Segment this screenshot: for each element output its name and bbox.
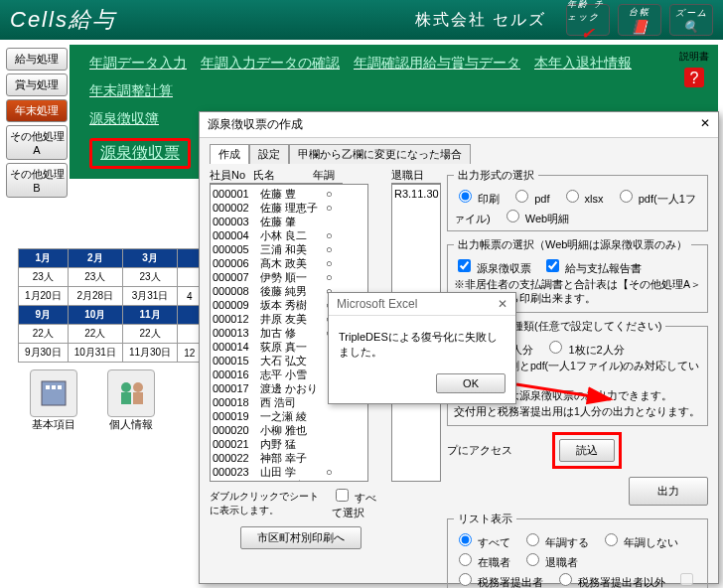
flt-active[interactable]: 在職者 [454,556,510,568]
withholding-slip-button[interactable]: 源泉徴収票 [89,138,191,169]
app-title: Cells給与 [10,5,116,35]
flt-submit[interactable]: 税務署提出者 [454,576,543,588]
msgbox-title-text: Microsoft Excel [337,297,417,311]
employee-row[interactable]: 000002佐藤 理恵子○ [213,201,365,215]
output-button[interactable]: 出力 [629,477,708,506]
tab-settings[interactable]: 設定 [249,144,289,164]
age-check-button[interactable]: 年齢 チェック✔ [566,4,610,36]
print-by-city-button[interactable]: 市区町村別印刷へ [240,526,362,549]
app-header: Cells給与 株式会社 セルズ 年齢 チェック✔ 台帳📕 ズーム🔍 [0,0,723,40]
svg-rect-9 [133,392,143,404]
link-input[interactable]: 年調データ入力 [89,55,187,73]
people-icon [113,375,149,411]
employee-row[interactable]: 000004小林 良二○ [213,228,365,242]
sidebar-item-salary[interactable]: 給与処理 [6,48,68,71]
msgbox-ok-button[interactable]: OK [436,373,506,393]
sidebar-item-yearend[interactable]: 年末処理 [6,99,68,122]
sidebar-item-other-b[interactable]: その他処理B [6,163,68,198]
help-icon: ? [680,64,708,91]
company-name: 株式会社 セルズ [415,10,546,31]
employee-row[interactable]: 000007伊勢 順一○ [213,270,365,284]
tab-create[interactable]: 作成 [210,144,249,164]
building-icon [36,375,72,411]
basic-items-button[interactable]: 基本項目 [30,369,77,432]
msgbox-body-text: TripleDESによる復号化に失敗しました。 [329,316,515,368]
link-hire-retire[interactable]: 本年入退社情報 [534,55,632,73]
sidebar-item-other-a[interactable]: その他処理A [6,125,68,160]
read-button-highlight: 読込 [552,432,622,469]
bottom-icons: 基本項目 個人情報 [30,369,155,432]
employee-row[interactable]: 000019一之瀬 綾 [213,409,365,423]
employee-row[interactable]: 000001佐藤 豊○ [213,187,365,201]
employee-row[interactable]: 000021内野 猛 [213,437,365,451]
svg-rect-5 [58,385,62,389]
svg-text:?: ? [690,70,699,86]
employee-row[interactable]: 000006髙木 政美○ [213,256,365,270]
employee-row[interactable]: 000003佐藤 肇 [213,215,365,228]
employee-row[interactable]: 000005三浦 和美○ [213,242,365,256]
chk-report[interactable]: 給与支払報告書 [542,262,642,274]
help-button[interactable]: 説明書 ? [679,50,709,91]
personal-info-button[interactable]: 個人情報 [107,369,155,432]
calendar-table: 1月2月3月 23人23人23人 1月20日2月28日3月31日4 9月10月1… [18,248,202,363]
chk-withholding[interactable]: 源泉徴収票 [454,262,531,274]
access-text: プにアクセス [447,443,512,458]
error-msgbox: Microsoft Excel ✕ TripleDESによる復号化に失敗しました… [328,292,516,404]
msgbox-close-icon[interactable]: ✕ [498,297,507,311]
link-confirm[interactable]: 年調入力データの確認 [201,55,340,73]
svg-rect-7 [121,392,131,404]
svg-point-6 [121,382,131,392]
flt-nosubmit[interactable]: 税務署提出者以外 [554,576,665,588]
link-withholding-book[interactable]: 源泉徴収簿 [89,110,159,128]
opt-web[interactable]: Web明細 [502,213,569,224]
list-filter-fieldset: リスト表示 すべて 年調する 年調しない 在職者 退職者 税務署提出者 税務署提… [447,512,708,588]
dblclick-hint: ダブルクリックでシートに表示します。 [210,490,328,517]
svg-rect-3 [46,385,50,389]
close-icon[interactable]: ✕ [700,116,710,133]
employee-row[interactable]: 000024田口 輝美○ [213,479,365,482]
employee-row[interactable]: 000022神部 幸子 [213,451,365,465]
link-calc[interactable]: 年末調整計算 [89,82,173,100]
svg-point-8 [133,382,143,392]
employee-row[interactable]: 000020小柳 雅也 [213,423,365,437]
output-format-fieldset: 出力形式の選択 印刷 pdf xlsx pdf(一人1ファイル) Web明細 [447,168,708,231]
opt-2per[interactable]: 1枚に2人分 [544,344,624,356]
flt-adj[interactable]: 年調する [521,536,589,548]
flt-all[interactable]: すべて [454,536,510,548]
dialog-titlebar: 源泉徴収票の作成 ✕ [200,112,718,138]
employee-row[interactable]: 000023山田 学○ [213,465,365,479]
sidebar-item-bonus[interactable]: 賞与処理 [6,74,68,96]
svg-rect-4 [52,385,56,389]
opt-xlsx[interactable]: xlsx [561,193,604,205]
flt-noadj[interactable]: 年調しない [600,536,678,548]
dialog-tabs: 作成 設定 甲欄から乙欄に変更になった場合 [210,144,708,164]
link-confirm-data[interactable]: 年調確認用給与賞与データ [354,55,520,73]
zoom-button[interactable]: ズーム🔍 [669,4,713,36]
sidebar: 給与処理 賞与処理 年末処理 その他処理A その他処理B [6,48,68,198]
select-all-check[interactable]: すべて選択 [332,486,383,520]
svg-rect-2 [42,381,66,405]
opt-print[interactable]: 印刷 [454,193,500,205]
tab-change[interactable]: 甲欄から乙欄に変更になった場合 [289,144,471,164]
ledger-button[interactable]: 台帳📕 [618,4,661,36]
opt-pdf[interactable]: pdf [510,193,549,205]
flt-retired[interactable]: 退職者 [521,556,578,568]
dialog-title-text: 源泉徴収票の作成 [208,116,303,133]
read-button[interactable]: 読込 [559,439,615,462]
